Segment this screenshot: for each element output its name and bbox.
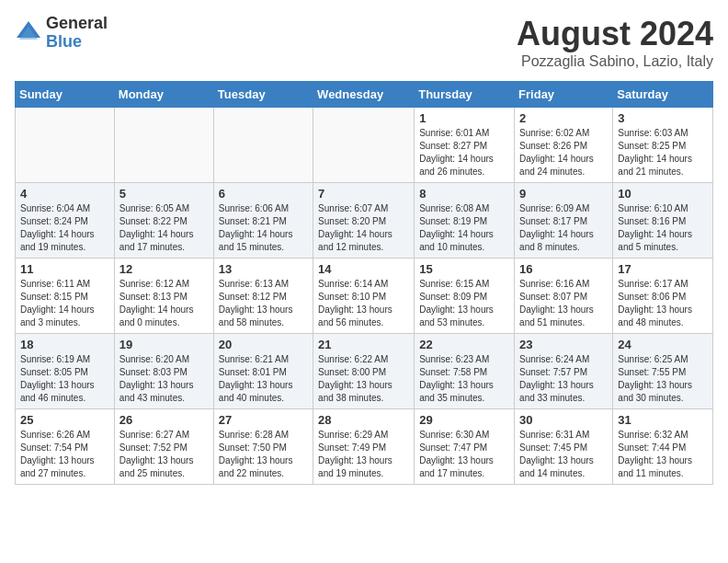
day-number: 1 bbox=[419, 111, 509, 125]
day-info: Sunrise: 6:08 AM Sunset: 8:19 PM Dayligh… bbox=[419, 202, 509, 254]
calendar-cell: 4Sunrise: 6:04 AM Sunset: 8:24 PM Daylig… bbox=[16, 183, 115, 259]
day-info: Sunrise: 6:03 AM Sunset: 8:25 PM Dayligh… bbox=[618, 127, 708, 178]
day-number: 4 bbox=[20, 187, 109, 201]
day-info: Sunrise: 6:30 AM Sunset: 7:47 PM Dayligh… bbox=[419, 429, 509, 480]
day-info: Sunrise: 6:09 AM Sunset: 8:17 PM Dayligh… bbox=[519, 202, 608, 254]
day-number: 5 bbox=[119, 187, 209, 201]
day-number: 23 bbox=[519, 338, 608, 351]
day-info: Sunrise: 6:26 AM Sunset: 7:54 PM Dayligh… bbox=[20, 429, 109, 480]
day-info: Sunrise: 6:07 AM Sunset: 8:20 PM Dayligh… bbox=[318, 202, 409, 254]
day-info: Sunrise: 6:14 AM Sunset: 8:10 PM Dayligh… bbox=[318, 278, 409, 329]
calendar-cell: 7Sunrise: 6:07 AM Sunset: 8:20 PM Daylig… bbox=[313, 183, 415, 259]
day-info: Sunrise: 6:06 AM Sunset: 8:21 PM Dayligh… bbox=[219, 202, 308, 254]
calendar-cell bbox=[16, 108, 115, 183]
calendar-cell: 16Sunrise: 6:16 AM Sunset: 8:07 PM Dayli… bbox=[515, 259, 613, 334]
day-number: 8 bbox=[419, 187, 509, 201]
calendar-cell: 12Sunrise: 6:12 AM Sunset: 8:13 PM Dayli… bbox=[114, 259, 213, 334]
calendar-header-row: SundayMondayTuesdayWednesdayThursdayFrid… bbox=[16, 82, 713, 108]
day-number: 30 bbox=[519, 413, 608, 427]
day-info: Sunrise: 6:12 AM Sunset: 8:13 PM Dayligh… bbox=[119, 278, 209, 329]
day-info: Sunrise: 6:17 AM Sunset: 8:06 PM Dayligh… bbox=[618, 278, 708, 329]
day-info: Sunrise: 6:05 AM Sunset: 8:22 PM Dayligh… bbox=[119, 202, 209, 254]
calendar-cell: 29Sunrise: 6:30 AM Sunset: 7:47 PM Dayli… bbox=[415, 409, 515, 485]
calendar-cell: 8Sunrise: 6:08 AM Sunset: 8:19 PM Daylig… bbox=[415, 183, 515, 259]
day-number: 7 bbox=[318, 187, 409, 201]
day-info: Sunrise: 6:25 AM Sunset: 7:55 PM Dayligh… bbox=[618, 353, 708, 405]
day-number: 12 bbox=[119, 262, 209, 276]
calendar-cell: 31Sunrise: 6:32 AM Sunset: 7:44 PM Dayli… bbox=[613, 409, 713, 485]
day-number: 17 bbox=[618, 262, 708, 276]
calendar-subtitle: Pozzaglia Sabino, Lazio, Italy bbox=[517, 53, 713, 70]
day-info: Sunrise: 6:11 AM Sunset: 8:15 PM Dayligh… bbox=[20, 278, 109, 329]
day-number: 16 bbox=[519, 262, 608, 276]
calendar-cell: 13Sunrise: 6:13 AM Sunset: 8:12 PM Dayli… bbox=[213, 259, 313, 334]
calendar-cell: 6Sunrise: 6:06 AM Sunset: 8:21 PM Daylig… bbox=[213, 183, 313, 259]
day-number: 19 bbox=[119, 338, 209, 351]
calendar-cell: 23Sunrise: 6:24 AM Sunset: 7:57 PM Dayli… bbox=[515, 334, 613, 409]
day-info: Sunrise: 6:28 AM Sunset: 7:50 PM Dayligh… bbox=[219, 429, 308, 480]
calendar-day-header: Sunday bbox=[16, 82, 115, 108]
day-info: Sunrise: 6:10 AM Sunset: 8:16 PM Dayligh… bbox=[618, 202, 708, 254]
day-number: 27 bbox=[219, 413, 308, 427]
calendar-cell bbox=[213, 108, 313, 183]
calendar-cell: 17Sunrise: 6:17 AM Sunset: 8:06 PM Dayli… bbox=[613, 259, 713, 334]
calendar-cell: 9Sunrise: 6:09 AM Sunset: 8:17 PM Daylig… bbox=[515, 183, 613, 259]
calendar-table: SundayMondayTuesdayWednesdayThursdayFrid… bbox=[15, 81, 713, 485]
day-number: 2 bbox=[519, 111, 608, 125]
day-info: Sunrise: 6:21 AM Sunset: 8:01 PM Dayligh… bbox=[219, 353, 308, 405]
calendar-cell: 10Sunrise: 6:10 AM Sunset: 8:16 PM Dayli… bbox=[613, 183, 713, 259]
calendar-cell: 3Sunrise: 6:03 AM Sunset: 8:25 PM Daylig… bbox=[613, 108, 713, 183]
page-header: General Blue August 2024 Pozzaglia Sabin… bbox=[15, 15, 713, 70]
day-number: 28 bbox=[318, 413, 409, 427]
calendar-day-header: Tuesday bbox=[213, 82, 313, 108]
logo-general-text: General bbox=[46, 15, 108, 33]
calendar-body: 1Sunrise: 6:01 AM Sunset: 8:27 PM Daylig… bbox=[16, 108, 713, 485]
calendar-cell bbox=[313, 108, 415, 183]
calendar-cell: 30Sunrise: 6:31 AM Sunset: 7:45 PM Dayli… bbox=[515, 409, 613, 485]
day-info: Sunrise: 6:24 AM Sunset: 7:57 PM Dayligh… bbox=[519, 353, 608, 405]
day-info: Sunrise: 6:16 AM Sunset: 8:07 PM Dayligh… bbox=[519, 278, 608, 329]
day-info: Sunrise: 6:29 AM Sunset: 7:49 PM Dayligh… bbox=[318, 429, 409, 480]
day-number: 26 bbox=[119, 413, 209, 427]
day-number: 10 bbox=[618, 187, 708, 201]
day-info: Sunrise: 6:02 AM Sunset: 8:26 PM Dayligh… bbox=[519, 127, 608, 178]
day-number: 22 bbox=[419, 338, 509, 351]
title-block: August 2024 Pozzaglia Sabino, Lazio, Ita… bbox=[517, 15, 713, 70]
calendar-cell: 5Sunrise: 6:05 AM Sunset: 8:22 PM Daylig… bbox=[114, 183, 213, 259]
day-info: Sunrise: 6:22 AM Sunset: 8:00 PM Dayligh… bbox=[318, 353, 409, 405]
day-number: 25 bbox=[20, 413, 109, 427]
day-number: 24 bbox=[618, 338, 708, 351]
calendar-day-header: Friday bbox=[515, 82, 613, 108]
day-number: 3 bbox=[618, 111, 708, 125]
calendar-cell: 26Sunrise: 6:27 AM Sunset: 7:52 PM Dayli… bbox=[114, 409, 213, 485]
day-info: Sunrise: 6:31 AM Sunset: 7:45 PM Dayligh… bbox=[519, 429, 608, 480]
calendar-cell: 22Sunrise: 6:23 AM Sunset: 7:58 PM Dayli… bbox=[415, 334, 515, 409]
day-info: Sunrise: 6:19 AM Sunset: 8:05 PM Dayligh… bbox=[20, 353, 109, 405]
calendar-day-header: Monday bbox=[114, 82, 213, 108]
day-info: Sunrise: 6:32 AM Sunset: 7:44 PM Dayligh… bbox=[618, 429, 708, 480]
calendar-week-row: 4Sunrise: 6:04 AM Sunset: 8:24 PM Daylig… bbox=[16, 183, 713, 259]
calendar-cell: 11Sunrise: 6:11 AM Sunset: 8:15 PM Dayli… bbox=[16, 259, 115, 334]
calendar-cell: 20Sunrise: 6:21 AM Sunset: 8:01 PM Dayli… bbox=[213, 334, 313, 409]
day-number: 15 bbox=[419, 262, 509, 276]
day-number: 6 bbox=[219, 187, 308, 201]
calendar-cell: 28Sunrise: 6:29 AM Sunset: 7:49 PM Dayli… bbox=[313, 409, 415, 485]
calendar-week-row: 18Sunrise: 6:19 AM Sunset: 8:05 PM Dayli… bbox=[16, 334, 713, 409]
calendar-week-row: 11Sunrise: 6:11 AM Sunset: 8:15 PM Dayli… bbox=[16, 259, 713, 334]
calendar-cell: 19Sunrise: 6:20 AM Sunset: 8:03 PM Dayli… bbox=[114, 334, 213, 409]
day-info: Sunrise: 6:01 AM Sunset: 8:27 PM Dayligh… bbox=[419, 127, 509, 178]
day-number: 21 bbox=[318, 338, 409, 351]
calendar-cell: 14Sunrise: 6:14 AM Sunset: 8:10 PM Dayli… bbox=[313, 259, 415, 334]
calendar-cell: 27Sunrise: 6:28 AM Sunset: 7:50 PM Dayli… bbox=[213, 409, 313, 485]
day-info: Sunrise: 6:20 AM Sunset: 8:03 PM Dayligh… bbox=[119, 353, 209, 405]
day-info: Sunrise: 6:27 AM Sunset: 7:52 PM Dayligh… bbox=[119, 429, 209, 480]
calendar-cell: 18Sunrise: 6:19 AM Sunset: 8:05 PM Dayli… bbox=[16, 334, 115, 409]
day-info: Sunrise: 6:23 AM Sunset: 7:58 PM Dayligh… bbox=[419, 353, 509, 405]
day-number: 11 bbox=[20, 262, 109, 276]
calendar-cell: 1Sunrise: 6:01 AM Sunset: 8:27 PM Daylig… bbox=[415, 108, 515, 183]
logo: General Blue bbox=[15, 15, 108, 52]
logo-icon bbox=[15, 19, 42, 47]
calendar-cell: 15Sunrise: 6:15 AM Sunset: 8:09 PM Dayli… bbox=[415, 259, 515, 334]
day-info: Sunrise: 6:04 AM Sunset: 8:24 PM Dayligh… bbox=[20, 202, 109, 254]
calendar-cell bbox=[114, 108, 213, 183]
